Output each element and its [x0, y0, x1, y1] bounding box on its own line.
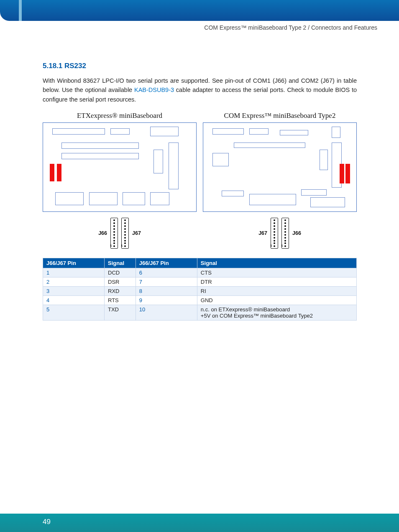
pin-cell: 7	[136, 277, 197, 287]
pin-cell: 1	[43, 268, 105, 277]
connector-icon: 1	[121, 218, 129, 249]
table-row: 1DCD6CTS	[43, 268, 357, 277]
signal-cell: RI	[197, 287, 356, 296]
page-number: 49	[43, 518, 51, 526]
section-heading: 5.18.1 RS232	[43, 62, 357, 70]
pin-cell: 5	[43, 305, 105, 321]
signal-cell: DTR	[197, 277, 356, 287]
table-row: 3RXD8RI	[43, 287, 357, 296]
link-kab-dsub9-3[interactable]: KAB-DSUB9-3	[134, 87, 174, 93]
connector-row-left: J66 1 1 J67	[43, 218, 197, 249]
conn-label-j67: J67	[132, 230, 141, 236]
pin-cell: 9	[136, 296, 197, 305]
table-header: Signal	[197, 258, 356, 268]
diagram-left-title: ETXexpress® miniBaseboard	[43, 112, 197, 120]
pin-cell: 4	[43, 296, 105, 305]
diagram-right: COM Express™ miniBaseboard Type2	[203, 112, 357, 249]
table-row: 5TXD10n.c. on ETXexpress® miniBaseboard+…	[43, 305, 357, 321]
signal-cell: RXD	[105, 287, 136, 296]
table-row: 4RTS9GND	[43, 296, 357, 305]
board-outline-right	[203, 122, 357, 212]
pin-cell: 2	[43, 277, 105, 287]
signal-cell: DSR	[105, 277, 136, 287]
connector-icon: 1	[271, 218, 278, 249]
conn-label-j66: J66	[98, 230, 107, 236]
conn-label-j67: J67	[258, 230, 267, 236]
pinout-table: J66/J67 Pin Signal J66/J67 Pin Signal 1D…	[43, 258, 357, 321]
signal-cell: DCD	[105, 268, 136, 277]
conn-label-j66: J66	[292, 230, 301, 236]
table-header: J66/J67 Pin	[43, 258, 105, 268]
signal-cell: RTS	[105, 296, 136, 305]
section-title: RS232	[64, 62, 86, 70]
table-row: 2DSR7DTR	[43, 277, 357, 287]
connector-row-right: J67 1 1 J66	[203, 218, 357, 249]
footer-bar: 49	[0, 514, 399, 532]
header-bar	[0, 0, 399, 21]
signal-cell: n.c. on ETXexpress® miniBaseboard+5V on …	[197, 305, 356, 321]
table-header: Signal	[105, 258, 136, 268]
signal-cell: CTS	[197, 268, 356, 277]
connector-icon: 1	[281, 218, 289, 249]
diagram-right-title: COM Express™ miniBaseboard Type2	[203, 112, 357, 120]
signal-cell: TXD	[105, 305, 136, 321]
body-paragraph: With Winbond 83627 LPC-I/O two serial po…	[43, 76, 357, 104]
section-number: 5.18.1	[43, 62, 62, 70]
diagram-row: ETXexpress® miniBaseboard	[43, 112, 357, 249]
signal-cell: GND	[197, 296, 356, 305]
diagram-left: ETXexpress® miniBaseboard	[43, 112, 197, 249]
pin-cell: 10	[136, 305, 197, 321]
table-header: J66/J67 Pin	[136, 258, 197, 268]
pin-cell: 6	[136, 268, 197, 277]
board-outline-left	[43, 122, 197, 212]
pin-cell: 8	[136, 287, 197, 296]
connector-icon: 1	[110, 218, 118, 249]
breadcrumb: COM Express™ miniBaseboard Type 2 / Conn…	[204, 24, 377, 31]
pin-cell: 3	[43, 287, 105, 296]
